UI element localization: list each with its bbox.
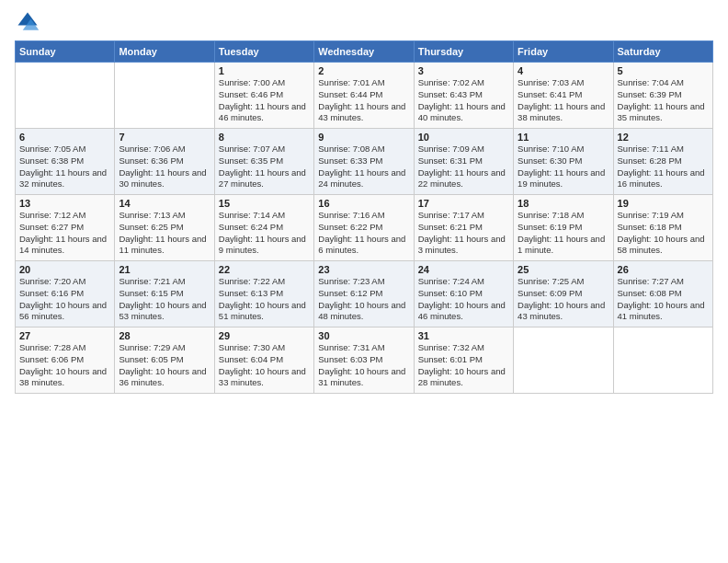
calendar-cell: 11Sunrise: 7:10 AMSunset: 6:30 PMDayligh… xyxy=(514,129,613,195)
day-info: Sunrise: 7:09 AMSunset: 6:31 PMDaylight:… xyxy=(418,144,509,190)
day-number: 2 xyxy=(318,65,409,76)
calendar-cell: 13Sunrise: 7:12 AMSunset: 6:27 PMDayligh… xyxy=(16,195,115,261)
calendar-cell: 10Sunrise: 7:09 AMSunset: 6:31 PMDayligh… xyxy=(414,129,513,195)
calendar-cell: 16Sunrise: 7:16 AMSunset: 6:22 PMDayligh… xyxy=(314,195,414,261)
day-info: Sunrise: 7:02 AMSunset: 6:43 PMDaylight:… xyxy=(418,77,509,124)
calendar-body: 1Sunrise: 7:00 AMSunset: 6:46 PMDaylight… xyxy=(16,63,713,394)
weekday-header: Friday xyxy=(514,41,613,63)
day-info: Sunrise: 7:19 AMSunset: 6:18 PMDaylight:… xyxy=(618,210,709,257)
day-info: Sunrise: 7:30 AMSunset: 6:04 PMDaylight:… xyxy=(219,342,310,389)
weekday-header: Saturday xyxy=(613,41,712,63)
day-number: 12 xyxy=(618,132,709,143)
day-number: 3 xyxy=(418,65,509,76)
day-number: 23 xyxy=(318,264,409,275)
calendar-cell: 28Sunrise: 7:29 AMSunset: 6:05 PMDayligh… xyxy=(115,327,214,394)
day-info: Sunrise: 7:01 AMSunset: 6:44 PMDaylight:… xyxy=(318,77,409,124)
day-number: 11 xyxy=(518,132,609,143)
calendar-cell: 25Sunrise: 7:25 AMSunset: 6:09 PMDayligh… xyxy=(514,261,613,327)
calendar-cell: 26Sunrise: 7:27 AMSunset: 6:08 PMDayligh… xyxy=(613,261,712,327)
calendar-week-row: 13Sunrise: 7:12 AMSunset: 6:27 PMDayligh… xyxy=(16,195,713,261)
day-info: Sunrise: 7:27 AMSunset: 6:08 PMDaylight:… xyxy=(618,276,709,323)
day-info: Sunrise: 7:20 AMSunset: 6:16 PMDaylight:… xyxy=(19,276,110,323)
day-info: Sunrise: 7:05 AMSunset: 6:38 PMDaylight:… xyxy=(19,144,110,190)
day-number: 26 xyxy=(618,264,709,275)
calendar-week-row: 27Sunrise: 7:28 AMSunset: 6:06 PMDayligh… xyxy=(16,327,713,394)
calendar-week-row: 1Sunrise: 7:00 AMSunset: 6:46 PMDaylight… xyxy=(16,63,713,129)
calendar-cell: 2Sunrise: 7:01 AMSunset: 6:44 PMDaylight… xyxy=(314,63,414,129)
weekday-header: Monday xyxy=(115,41,214,63)
day-number: 7 xyxy=(119,132,210,143)
calendar-header: SundayMondayTuesdayWednesdayThursdayFrid… xyxy=(16,41,713,63)
day-info: Sunrise: 7:07 AMSunset: 6:35 PMDaylight:… xyxy=(219,144,310,190)
day-number: 30 xyxy=(318,330,409,341)
weekday-header: Tuesday xyxy=(214,41,313,63)
calendar-cell: 15Sunrise: 7:14 AMSunset: 6:24 PMDayligh… xyxy=(214,195,313,261)
day-number: 21 xyxy=(119,264,210,275)
calendar-cell xyxy=(613,327,712,394)
day-number: 15 xyxy=(219,198,310,209)
calendar-cell: 1Sunrise: 7:00 AMSunset: 6:46 PMDaylight… xyxy=(214,63,313,129)
calendar-cell: 30Sunrise: 7:31 AMSunset: 6:03 PMDayligh… xyxy=(314,327,414,394)
day-number: 24 xyxy=(418,264,509,275)
day-info: Sunrise: 7:14 AMSunset: 6:24 PMDaylight:… xyxy=(219,210,310,257)
day-number: 18 xyxy=(518,198,609,209)
day-info: Sunrise: 7:25 AMSunset: 6:09 PMDaylight:… xyxy=(518,276,609,323)
day-info: Sunrise: 7:04 AMSunset: 6:39 PMDaylight:… xyxy=(618,77,709,124)
calendar-cell: 18Sunrise: 7:18 AMSunset: 6:19 PMDayligh… xyxy=(514,195,613,261)
day-info: Sunrise: 7:10 AMSunset: 6:30 PMDaylight:… xyxy=(518,144,609,190)
calendar-cell: 12Sunrise: 7:11 AMSunset: 6:28 PMDayligh… xyxy=(613,129,712,195)
day-number: 6 xyxy=(19,132,110,143)
calendar-cell: 31Sunrise: 7:32 AMSunset: 6:01 PMDayligh… xyxy=(414,327,513,394)
calendar-cell: 29Sunrise: 7:30 AMSunset: 6:04 PMDayligh… xyxy=(214,327,313,394)
day-info: Sunrise: 7:17 AMSunset: 6:21 PMDaylight:… xyxy=(418,210,509,257)
day-info: Sunrise: 7:31 AMSunset: 6:03 PMDaylight:… xyxy=(318,342,409,389)
day-number: 27 xyxy=(19,330,110,341)
day-info: Sunrise: 7:12 AMSunset: 6:27 PMDaylight:… xyxy=(19,210,110,257)
calendar-cell: 21Sunrise: 7:21 AMSunset: 6:15 PMDayligh… xyxy=(115,261,214,327)
day-info: Sunrise: 7:32 AMSunset: 6:01 PMDaylight:… xyxy=(418,342,509,389)
calendar-cell: 7Sunrise: 7:06 AMSunset: 6:36 PMDaylight… xyxy=(115,129,214,195)
weekday-header: Thursday xyxy=(414,41,513,63)
calendar-cell: 27Sunrise: 7:28 AMSunset: 6:06 PMDayligh… xyxy=(16,327,115,394)
day-info: Sunrise: 7:13 AMSunset: 6:25 PMDaylight:… xyxy=(119,210,210,257)
day-number: 4 xyxy=(518,65,609,76)
day-number: 25 xyxy=(518,264,609,275)
calendar-cell: 17Sunrise: 7:17 AMSunset: 6:21 PMDayligh… xyxy=(414,195,513,261)
day-number: 29 xyxy=(219,330,310,341)
day-info: Sunrise: 7:18 AMSunset: 6:19 PMDaylight:… xyxy=(518,210,609,257)
day-info: Sunrise: 7:21 AMSunset: 6:15 PMDaylight:… xyxy=(119,276,210,323)
calendar-table: SundayMondayTuesdayWednesdayThursdayFrid… xyxy=(15,40,713,394)
weekday-header: Wednesday xyxy=(314,41,414,63)
day-number: 19 xyxy=(618,198,709,209)
calendar-cell: 23Sunrise: 7:23 AMSunset: 6:12 PMDayligh… xyxy=(314,261,414,327)
calendar-cell: 9Sunrise: 7:08 AMSunset: 6:33 PMDaylight… xyxy=(314,129,414,195)
day-number: 9 xyxy=(318,132,409,143)
calendar-cell: 4Sunrise: 7:03 AMSunset: 6:41 PMDaylight… xyxy=(514,63,613,129)
day-number: 5 xyxy=(618,65,709,76)
day-info: Sunrise: 7:00 AMSunset: 6:46 PMDaylight:… xyxy=(219,77,310,124)
calendar-cell: 14Sunrise: 7:13 AMSunset: 6:25 PMDayligh… xyxy=(115,195,214,261)
day-info: Sunrise: 7:11 AMSunset: 6:28 PMDaylight:… xyxy=(618,144,709,190)
day-info: Sunrise: 7:29 AMSunset: 6:05 PMDaylight:… xyxy=(119,342,210,389)
calendar-cell xyxy=(115,63,214,129)
day-number: 22 xyxy=(219,264,310,275)
day-info: Sunrise: 7:22 AMSunset: 6:13 PMDaylight:… xyxy=(219,276,310,323)
calendar-cell xyxy=(16,63,115,129)
calendar-cell: 8Sunrise: 7:07 AMSunset: 6:35 PMDaylight… xyxy=(214,129,313,195)
day-number: 14 xyxy=(119,198,210,209)
day-info: Sunrise: 7:08 AMSunset: 6:33 PMDaylight:… xyxy=(318,144,409,190)
calendar-cell: 22Sunrise: 7:22 AMSunset: 6:13 PMDayligh… xyxy=(214,261,313,327)
calendar-cell: 6Sunrise: 7:05 AMSunset: 6:38 PMDaylight… xyxy=(16,129,115,195)
day-number: 10 xyxy=(418,132,509,143)
day-number: 17 xyxy=(418,198,509,209)
day-number: 13 xyxy=(19,198,110,209)
day-info: Sunrise: 7:16 AMSunset: 6:22 PMDaylight:… xyxy=(318,210,409,257)
day-number: 31 xyxy=(418,330,509,341)
weekday-row: SundayMondayTuesdayWednesdayThursdayFrid… xyxy=(16,41,713,63)
calendar-cell: 3Sunrise: 7:02 AMSunset: 6:43 PMDaylight… xyxy=(414,63,513,129)
day-number: 1 xyxy=(219,65,310,76)
day-info: Sunrise: 7:03 AMSunset: 6:41 PMDaylight:… xyxy=(518,77,609,124)
calendar-cell: 19Sunrise: 7:19 AMSunset: 6:18 PMDayligh… xyxy=(613,195,712,261)
day-number: 20 xyxy=(19,264,110,275)
day-info: Sunrise: 7:24 AMSunset: 6:10 PMDaylight:… xyxy=(418,276,509,323)
